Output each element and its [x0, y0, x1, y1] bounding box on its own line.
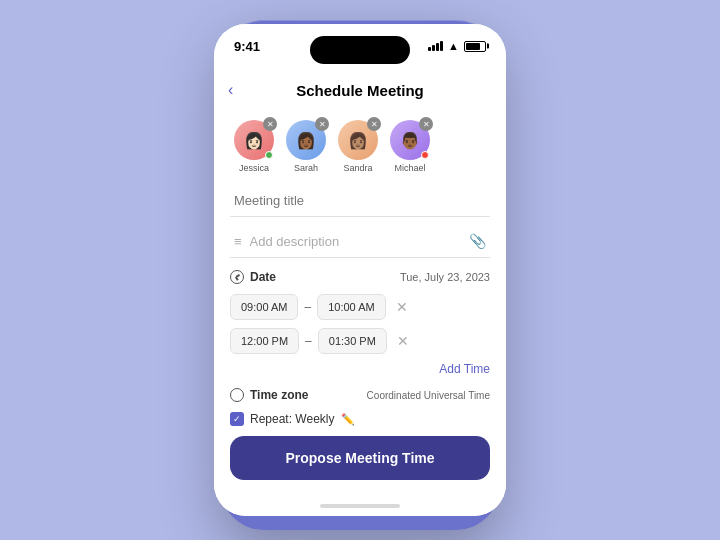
- battery-fill: [466, 43, 480, 50]
- attendee-michael: 👨🏾 ✕ Michael: [390, 120, 430, 173]
- wifi-icon: ▲: [448, 40, 459, 52]
- date-row: Date Tue, July 23, 2023: [230, 270, 490, 284]
- time-end-2[interactable]: 01:30 PM: [318, 328, 387, 354]
- header-title: Schedule Meeting: [296, 82, 424, 99]
- time-start-2[interactable]: 12:00 PM: [230, 328, 299, 354]
- lines-icon: ≡: [234, 234, 242, 249]
- repeat-checkbox[interactable]: ✓: [230, 412, 244, 426]
- remove-timeslot-2-button[interactable]: ✕: [397, 333, 409, 349]
- app-header: ‹ Schedule Meeting: [214, 68, 506, 112]
- time-dash-2: –: [305, 334, 312, 348]
- date-label: Date: [230, 270, 276, 284]
- jessica-name: Jessica: [239, 163, 269, 173]
- timezone-value[interactable]: Coordinated Universal Time: [367, 390, 490, 401]
- signal-bar-2: [432, 45, 435, 51]
- phone-container: 9:41 ▲ ‹ Schedule Meeting: [200, 10, 520, 530]
- clock-hand-minute: [235, 276, 238, 280]
- battery-icon: [464, 41, 486, 52]
- globe-icon: [230, 388, 244, 402]
- remove-jessica-button[interactable]: ✕: [263, 117, 277, 131]
- signal-bar-4: [440, 41, 443, 51]
- signal-bar-3: [436, 43, 439, 51]
- attendee-sarah: 👩🏾 ✕ Sarah: [286, 120, 326, 173]
- home-bar: [320, 504, 400, 508]
- remove-michael-button[interactable]: ✕: [419, 117, 433, 131]
- checkmark-icon: ✓: [233, 414, 241, 424]
- edit-icon[interactable]: ✏️: [341, 413, 355, 426]
- attachment-icon[interactable]: 📎: [469, 233, 486, 249]
- description-row: ≡ Add description 📎: [230, 225, 490, 258]
- signal-bars-icon: [428, 41, 443, 51]
- jessica-status-dot: [265, 151, 273, 159]
- back-button[interactable]: ‹: [228, 81, 233, 99]
- attendee-sandra: 👩🏽 ✕ Sandra: [338, 120, 378, 173]
- time-slot-1: 09:00 AM – 10:00 AM ✕: [230, 294, 490, 320]
- main-content: 👩🏻 ✕ Jessica 👩🏾 ✕ Sarah: [214, 112, 506, 426]
- timezone-row: Time zone Coordinated Universal Time: [230, 388, 490, 402]
- status-time: 9:41: [234, 39, 260, 54]
- time-slot-2: 12:00 PM – 01:30 PM ✕: [230, 328, 490, 354]
- remove-sarah-button[interactable]: ✕: [315, 117, 329, 131]
- bottom-section: Propose Meeting Time: [214, 426, 506, 496]
- status-icons: ▲: [428, 40, 486, 52]
- time-start-1[interactable]: 09:00 AM: [230, 294, 298, 320]
- attendees-list: 👩🏻 ✕ Jessica 👩🏾 ✕ Sarah: [230, 120, 490, 173]
- meeting-title-input[interactable]: [230, 185, 490, 217]
- date-text: Date: [250, 270, 276, 284]
- signal-bar-1: [428, 47, 431, 51]
- date-value[interactable]: Tue, July 23, 2023: [400, 271, 490, 283]
- add-time-button[interactable]: Add Time: [230, 362, 490, 376]
- time-dash-1: –: [304, 300, 311, 314]
- home-indicator: [214, 496, 506, 516]
- remove-timeslot-1-button[interactable]: ✕: [396, 299, 408, 315]
- michael-name: Michael: [394, 163, 425, 173]
- attendee-jessica: 👩🏻 ✕ Jessica: [234, 120, 274, 173]
- propose-meeting-button[interactable]: Propose Meeting Time: [230, 436, 490, 480]
- remove-sandra-button[interactable]: ✕: [367, 117, 381, 131]
- phone-screen: 9:41 ▲ ‹ Schedule Meeting: [214, 24, 506, 516]
- michael-status-dot: [421, 151, 429, 159]
- description-placeholder[interactable]: Add description: [250, 234, 469, 249]
- timezone-text: Time zone: [250, 388, 308, 402]
- sarah-name: Sarah: [294, 163, 318, 173]
- clock-icon: [230, 270, 244, 284]
- repeat-label: Repeat: Weekly: [250, 412, 335, 426]
- dynamic-island: [310, 36, 410, 64]
- repeat-row: ✓ Repeat: Weekly ✏️: [230, 412, 490, 426]
- timezone-label: Time zone: [230, 388, 308, 402]
- sandra-name: Sandra: [343, 163, 372, 173]
- time-end-1[interactable]: 10:00 AM: [317, 294, 385, 320]
